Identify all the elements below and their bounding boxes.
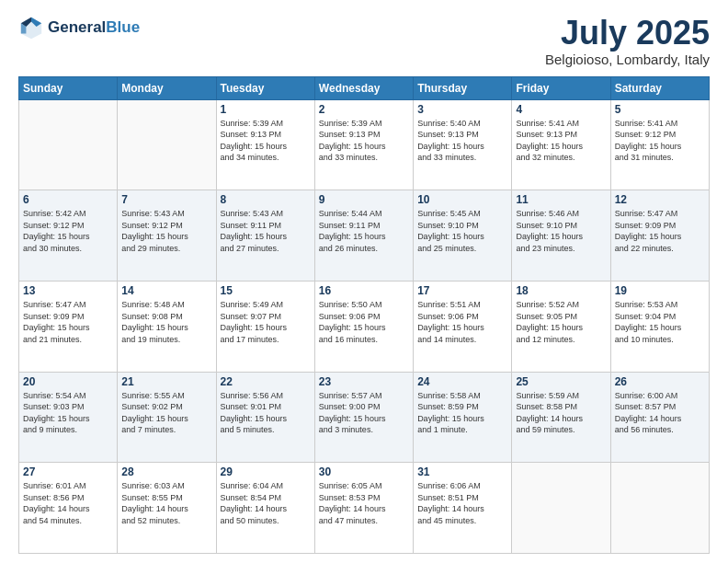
day-number: 26 bbox=[615, 375, 705, 388]
calendar-cell: 2Sunrise: 5:39 AM Sunset: 9:13 PM Daylig… bbox=[314, 99, 413, 190]
calendar-cell: 27Sunrise: 6:01 AM Sunset: 8:56 PM Dayli… bbox=[19, 463, 118, 554]
calendar-cell: 17Sunrise: 5:51 AM Sunset: 9:06 PM Dayli… bbox=[414, 281, 512, 372]
day-number: 11 bbox=[516, 193, 606, 206]
day-number: 16 bbox=[319, 284, 409, 297]
calendar-cell: 25Sunrise: 5:59 AM Sunset: 8:58 PM Dayli… bbox=[512, 372, 610, 463]
day-number: 9 bbox=[319, 193, 409, 206]
calendar-cell: 11Sunrise: 5:46 AM Sunset: 9:10 PM Dayli… bbox=[512, 190, 610, 282]
calendar-cell bbox=[19, 99, 118, 190]
weekday-header-sunday: Sunday bbox=[19, 76, 118, 99]
calendar-cell: 15Sunrise: 5:49 AM Sunset: 9:07 PM Dayli… bbox=[216, 281, 314, 372]
month-title: July 2025 bbox=[545, 15, 710, 52]
day-number: 21 bbox=[121, 375, 211, 388]
logo: GeneralBlue bbox=[18, 15, 140, 40]
calendar-cell: 10Sunrise: 5:45 AM Sunset: 9:10 PM Dayli… bbox=[414, 190, 512, 282]
day-info: Sunrise: 5:53 AM Sunset: 9:04 PM Dayligh… bbox=[615, 299, 705, 345]
day-info: Sunrise: 5:49 AM Sunset: 9:07 PM Dayligh… bbox=[221, 299, 311, 345]
day-number: 2 bbox=[319, 103, 409, 116]
day-info: Sunrise: 5:58 AM Sunset: 8:59 PM Dayligh… bbox=[417, 390, 507, 436]
day-info: Sunrise: 5:51 AM Sunset: 9:06 PM Dayligh… bbox=[417, 299, 507, 345]
calendar-cell: 18Sunrise: 5:52 AM Sunset: 9:05 PM Dayli… bbox=[512, 281, 610, 372]
weekday-header-thursday: Thursday bbox=[414, 76, 512, 99]
day-number: 7 bbox=[121, 193, 211, 206]
day-info: Sunrise: 5:50 AM Sunset: 9:06 PM Dayligh… bbox=[319, 299, 409, 345]
calendar-cell: 19Sunrise: 5:53 AM Sunset: 9:04 PM Dayli… bbox=[610, 281, 709, 372]
day-number: 4 bbox=[516, 103, 606, 116]
day-number: 6 bbox=[23, 193, 113, 206]
header: GeneralBlue July 2025 Belgioioso, Lombar… bbox=[18, 15, 710, 67]
day-number: 15 bbox=[221, 284, 311, 297]
day-number: 23 bbox=[319, 375, 409, 388]
day-info: Sunrise: 5:39 AM Sunset: 9:13 PM Dayligh… bbox=[319, 118, 409, 164]
calendar-cell: 28Sunrise: 6:03 AM Sunset: 8:55 PM Dayli… bbox=[118, 463, 216, 554]
title-block: July 2025 Belgioioso, Lombardy, Italy bbox=[545, 15, 710, 67]
calendar-cell: 23Sunrise: 5:57 AM Sunset: 9:00 PM Dayli… bbox=[314, 372, 413, 463]
day-number: 29 bbox=[221, 465, 311, 478]
day-info: Sunrise: 5:43 AM Sunset: 9:12 PM Dayligh… bbox=[121, 208, 211, 254]
day-number: 17 bbox=[417, 284, 507, 297]
day-info: Sunrise: 5:40 AM Sunset: 9:13 PM Dayligh… bbox=[417, 118, 507, 164]
day-number: 5 bbox=[615, 103, 705, 116]
day-info: Sunrise: 5:44 AM Sunset: 9:11 PM Dayligh… bbox=[319, 208, 409, 254]
page: GeneralBlue July 2025 Belgioioso, Lombar… bbox=[0, 0, 728, 563]
day-info: Sunrise: 5:59 AM Sunset: 8:58 PM Dayligh… bbox=[516, 390, 606, 436]
day-number: 3 bbox=[417, 103, 507, 116]
day-info: Sunrise: 5:56 AM Sunset: 9:01 PM Dayligh… bbox=[221, 390, 311, 436]
day-info: Sunrise: 5:54 AM Sunset: 9:03 PM Dayligh… bbox=[23, 390, 113, 436]
weekday-header-tuesday: Tuesday bbox=[216, 76, 314, 99]
day-info: Sunrise: 5:42 AM Sunset: 9:12 PM Dayligh… bbox=[23, 208, 113, 254]
calendar-cell: 30Sunrise: 6:05 AM Sunset: 8:53 PM Dayli… bbox=[314, 463, 413, 554]
day-info: Sunrise: 5:45 AM Sunset: 9:10 PM Dayligh… bbox=[417, 208, 507, 254]
day-info: Sunrise: 6:03 AM Sunset: 8:55 PM Dayligh… bbox=[121, 480, 211, 526]
calendar-cell: 7Sunrise: 5:43 AM Sunset: 9:12 PM Daylig… bbox=[118, 190, 216, 282]
day-number: 25 bbox=[516, 375, 606, 388]
week-row-4: 20Sunrise: 5:54 AM Sunset: 9:03 PM Dayli… bbox=[19, 372, 710, 463]
day-number: 13 bbox=[23, 284, 113, 297]
calendar-cell: 24Sunrise: 5:58 AM Sunset: 8:59 PM Dayli… bbox=[414, 372, 512, 463]
calendar-cell: 20Sunrise: 5:54 AM Sunset: 9:03 PM Dayli… bbox=[19, 372, 118, 463]
day-number: 24 bbox=[417, 375, 507, 388]
week-row-1: 1Sunrise: 5:39 AM Sunset: 9:13 PM Daylig… bbox=[19, 99, 710, 190]
day-info: Sunrise: 5:47 AM Sunset: 9:09 PM Dayligh… bbox=[615, 208, 705, 254]
calendar-cell: 6Sunrise: 5:42 AM Sunset: 9:12 PM Daylig… bbox=[19, 190, 118, 282]
day-number: 20 bbox=[23, 375, 113, 388]
day-info: Sunrise: 5:41 AM Sunset: 9:13 PM Dayligh… bbox=[516, 118, 606, 164]
day-info: Sunrise: 5:43 AM Sunset: 9:11 PM Dayligh… bbox=[221, 208, 311, 254]
day-number: 10 bbox=[417, 193, 507, 206]
day-info: Sunrise: 5:46 AM Sunset: 9:10 PM Dayligh… bbox=[516, 208, 606, 254]
day-info: Sunrise: 5:47 AM Sunset: 9:09 PM Dayligh… bbox=[23, 299, 113, 345]
calendar-cell: 16Sunrise: 5:50 AM Sunset: 9:06 PM Dayli… bbox=[314, 281, 413, 372]
day-info: Sunrise: 6:05 AM Sunset: 8:53 PM Dayligh… bbox=[319, 480, 409, 526]
calendar-cell: 26Sunrise: 6:00 AM Sunset: 8:57 PM Dayli… bbox=[610, 372, 709, 463]
logo-icon bbox=[18, 15, 44, 40]
day-info: Sunrise: 5:41 AM Sunset: 9:12 PM Dayligh… bbox=[615, 118, 705, 164]
calendar-cell: 31Sunrise: 6:06 AM Sunset: 8:51 PM Dayli… bbox=[414, 463, 512, 554]
calendar-cell bbox=[118, 99, 216, 190]
calendar-cell: 21Sunrise: 5:55 AM Sunset: 9:02 PM Dayli… bbox=[118, 372, 216, 463]
calendar-cell: 3Sunrise: 5:40 AM Sunset: 9:13 PM Daylig… bbox=[414, 99, 512, 190]
calendar-cell: 22Sunrise: 5:56 AM Sunset: 9:01 PM Dayli… bbox=[216, 372, 314, 463]
calendar-cell bbox=[610, 463, 709, 554]
day-info: Sunrise: 5:57 AM Sunset: 9:00 PM Dayligh… bbox=[319, 390, 409, 436]
day-number: 28 bbox=[121, 465, 211, 478]
weekday-header-saturday: Saturday bbox=[610, 76, 709, 99]
calendar-cell: 9Sunrise: 5:44 AM Sunset: 9:11 PM Daylig… bbox=[314, 190, 413, 282]
calendar-cell: 14Sunrise: 5:48 AM Sunset: 9:08 PM Dayli… bbox=[118, 281, 216, 372]
calendar-cell: 12Sunrise: 5:47 AM Sunset: 9:09 PM Dayli… bbox=[610, 190, 709, 282]
week-row-3: 13Sunrise: 5:47 AM Sunset: 9:09 PM Dayli… bbox=[19, 281, 710, 372]
day-info: Sunrise: 6:04 AM Sunset: 8:54 PM Dayligh… bbox=[221, 480, 311, 526]
week-row-5: 27Sunrise: 6:01 AM Sunset: 8:56 PM Dayli… bbox=[19, 463, 710, 554]
day-info: Sunrise: 5:48 AM Sunset: 9:08 PM Dayligh… bbox=[121, 299, 211, 345]
day-number: 18 bbox=[516, 284, 606, 297]
day-info: Sunrise: 5:39 AM Sunset: 9:13 PM Dayligh… bbox=[221, 118, 311, 164]
day-number: 12 bbox=[615, 193, 705, 206]
day-info: Sunrise: 5:52 AM Sunset: 9:05 PM Dayligh… bbox=[516, 299, 606, 345]
day-number: 22 bbox=[221, 375, 311, 388]
day-info: Sunrise: 6:00 AM Sunset: 8:57 PM Dayligh… bbox=[615, 390, 705, 436]
calendar-cell: 5Sunrise: 5:41 AM Sunset: 9:12 PM Daylig… bbox=[610, 99, 709, 190]
day-number: 1 bbox=[221, 103, 311, 116]
weekday-header-friday: Friday bbox=[512, 76, 610, 99]
calendar-cell bbox=[512, 463, 610, 554]
calendar: SundayMondayTuesdayWednesdayThursdayFrid… bbox=[18, 76, 710, 554]
weekday-header-monday: Monday bbox=[118, 76, 216, 99]
